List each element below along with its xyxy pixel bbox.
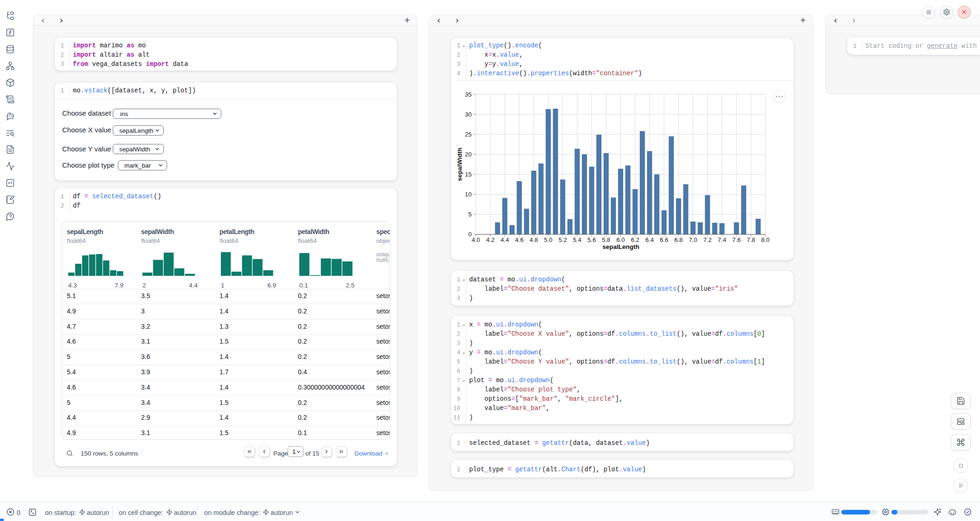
svg-text:5.2: 5.2: [559, 236, 567, 243]
svg-text:0: 0: [468, 231, 471, 238]
svg-text:sepalLength: sepalLength: [602, 243, 639, 250]
svg-text:6.6: 6.6: [660, 236, 668, 243]
svg-text:25: 25: [465, 131, 471, 138]
svg-text:20: 20: [465, 151, 471, 158]
svg-text:5.6: 5.6: [587, 236, 596, 243]
svg-text:7.4: 7.4: [718, 236, 726, 243]
svg-text:6.4: 6.4: [645, 236, 654, 243]
svg-text:sepalWidth: sepalWidth: [456, 148, 463, 181]
svg-text:5.0: 5.0: [544, 236, 552, 243]
svg-text:7.6: 7.6: [732, 236, 741, 243]
svg-text:30: 30: [465, 111, 471, 118]
svg-text:7.2: 7.2: [703, 236, 712, 243]
svg-text:4.8: 4.8: [529, 236, 538, 243]
svg-text:35: 35: [465, 91, 471, 98]
svg-text:5.4: 5.4: [573, 236, 581, 243]
svg-text:6.8: 6.8: [674, 236, 683, 243]
svg-text:4.0: 4.0: [471, 236, 480, 243]
svg-text:7.8: 7.8: [747, 236, 755, 243]
svg-text:5: 5: [468, 211, 471, 218]
svg-text:7.0: 7.0: [689, 236, 697, 243]
svg-text:4.4: 4.4: [501, 236, 509, 243]
svg-text:6.0: 6.0: [616, 236, 625, 243]
svg-text:4.2: 4.2: [486, 236, 495, 243]
svg-text:15: 15: [465, 171, 471, 178]
svg-text:8.0: 8.0: [761, 236, 769, 243]
svg-text:6.2: 6.2: [631, 236, 639, 243]
svg-text:10: 10: [465, 191, 471, 198]
svg-text:4.6: 4.6: [515, 236, 523, 243]
svg-text:5.8: 5.8: [602, 236, 610, 243]
